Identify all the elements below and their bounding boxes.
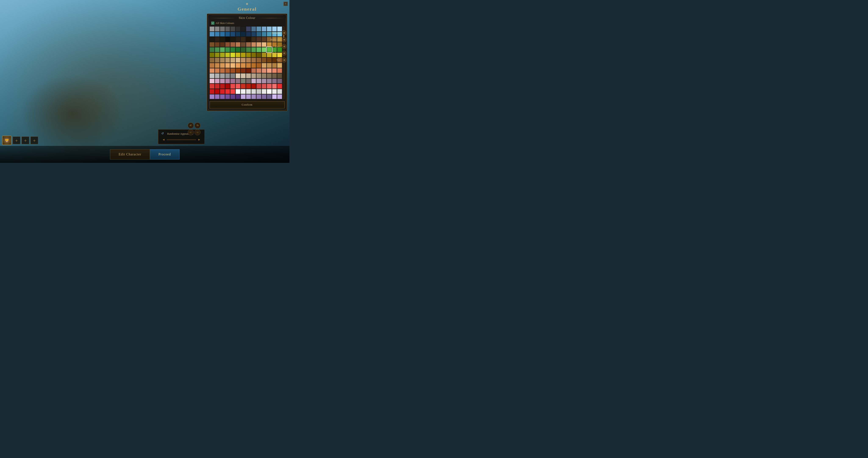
color-swatch-108[interactable] [262, 63, 267, 68]
color-swatch-91[interactable] [246, 58, 251, 62]
color-swatch-136[interactable] [262, 74, 267, 78]
color-swatch-106[interactable] [251, 63, 256, 68]
color-swatch-191[interactable] [256, 94, 261, 99]
color-swatch-147[interactable] [246, 79, 251, 84]
color-swatch-65[interactable] [256, 47, 261, 52]
color-swatch-90[interactable] [241, 58, 246, 62]
color-swatch-120[interactable] [251, 68, 256, 73]
color-swatch-99[interactable] [215, 63, 220, 68]
color-swatch-173[interactable] [236, 89, 241, 94]
color-swatch-141[interactable] [215, 79, 220, 84]
color-swatch-16[interactable] [220, 32, 225, 37]
color-swatch-175[interactable] [246, 89, 251, 94]
color-swatch-126[interactable] [210, 74, 214, 78]
color-swatch-63[interactable] [246, 47, 251, 52]
color-swatch-56[interactable] [210, 47, 214, 52]
color-swatch-17[interactable] [225, 32, 230, 37]
pan-right-button[interactable]: → [194, 130, 200, 135]
color-swatch-43[interactable] [215, 42, 220, 47]
color-swatch-88[interactable] [230, 58, 235, 62]
color-swatch-44[interactable] [220, 42, 225, 47]
color-swatch-152[interactable] [272, 79, 277, 84]
color-swatch-102[interactable] [230, 63, 235, 68]
color-swatch-163[interactable] [256, 84, 261, 89]
color-swatch-166[interactable] [272, 84, 277, 89]
slider-track[interactable] [167, 139, 196, 140]
color-swatch-9[interactable] [256, 27, 261, 31]
color-swatch-187[interactable] [236, 94, 241, 99]
nav-item-tail[interactable]: Tail ⚙ [269, 57, 288, 63]
color-swatch-48[interactable] [241, 42, 246, 47]
color-swatch-84[interactable] [210, 58, 214, 62]
color-swatch-131[interactable] [236, 74, 241, 78]
color-swatch-155[interactable] [215, 84, 220, 89]
color-swatch-0[interactable] [210, 27, 214, 31]
color-swatch-76[interactable] [241, 53, 246, 57]
color-swatch-73[interactable] [225, 53, 230, 57]
color-swatch-35[interactable] [246, 37, 251, 42]
color-swatch-19[interactable] [236, 32, 241, 37]
color-swatch-125[interactable] [277, 68, 282, 73]
color-swatch-33[interactable] [236, 37, 241, 42]
nav-item-makeup[interactable]: Makeup ⚙ [269, 50, 288, 56]
all-colours-checkbox[interactable]: ✓ [211, 22, 214, 25]
color-swatch-70[interactable] [210, 53, 214, 57]
color-swatch-182[interactable] [210, 94, 214, 99]
color-swatch-75[interactable] [236, 53, 241, 57]
color-swatch-23[interactable] [256, 32, 261, 37]
rotate-right-button[interactable]: ↷ [194, 122, 200, 128]
color-swatch-118[interactable] [241, 68, 246, 73]
color-swatch-18[interactable] [230, 32, 235, 37]
nav-item-eyes[interactable]: Eyes ⚙ [269, 43, 288, 50]
color-swatch-52[interactable] [262, 42, 267, 47]
color-swatch-178[interactable] [262, 89, 267, 94]
color-swatch-176[interactable] [251, 89, 256, 94]
color-swatch-38[interactable] [262, 37, 267, 42]
color-swatch-21[interactable] [246, 32, 251, 37]
color-swatch-137[interactable] [267, 74, 272, 78]
color-swatch-104[interactable] [241, 63, 246, 68]
color-swatch-181[interactable] [277, 89, 282, 94]
color-swatch-92[interactable] [251, 58, 256, 62]
color-swatch-154[interactable] [210, 84, 214, 89]
slider-right-arrow[interactable]: ► [197, 138, 202, 142]
color-swatch-124[interactable] [272, 68, 277, 73]
color-swatch-59[interactable] [225, 47, 230, 52]
color-swatch-98[interactable] [210, 63, 214, 68]
color-swatch-161[interactable] [246, 84, 251, 89]
color-swatch-79[interactable] [256, 53, 261, 57]
color-swatch-64[interactable] [251, 47, 256, 52]
rotate-left-button[interactable]: ↶ [188, 122, 194, 128]
color-swatch-119[interactable] [246, 68, 251, 73]
color-swatch-146[interactable] [241, 79, 246, 84]
color-swatch-14[interactable] [210, 32, 214, 37]
color-swatch-105[interactable] [246, 63, 251, 68]
color-swatch-158[interactable] [230, 84, 235, 89]
proceed-button[interactable]: Proceed [150, 149, 180, 160]
color-swatch-34[interactable] [241, 37, 246, 42]
color-swatch-159[interactable] [236, 84, 241, 89]
slider-left-arrow[interactable]: ◄ [161, 138, 166, 142]
color-swatch-117[interactable] [236, 68, 241, 73]
color-swatch-110[interactable] [272, 63, 277, 68]
color-swatch-111[interactable] [277, 63, 282, 68]
color-swatch-130[interactable] [230, 74, 235, 78]
all-colours-row[interactable]: ✓ All Skin Colours [210, 21, 285, 25]
color-swatch-122[interactable] [262, 68, 267, 73]
color-swatch-85[interactable] [215, 58, 220, 62]
color-swatch-121[interactable] [256, 68, 261, 73]
color-swatch-66[interactable] [262, 47, 267, 52]
color-swatch-28[interactable] [210, 37, 214, 42]
nav-item-general[interactable]: General ⚙ [269, 30, 288, 36]
color-swatch-77[interactable] [246, 53, 251, 57]
edit-character-button[interactable]: Edit Character [110, 149, 150, 160]
color-swatch-116[interactable] [230, 68, 235, 73]
color-swatch-2[interactable] [220, 27, 225, 31]
color-swatch-170[interactable] [220, 89, 225, 94]
color-swatch-71[interactable] [215, 53, 220, 57]
add-button-1[interactable]: ＋ [13, 137, 20, 144]
color-swatch-5[interactable] [236, 27, 241, 31]
color-swatch-168[interactable] [210, 89, 214, 94]
color-swatch-32[interactable] [230, 37, 235, 42]
color-swatch-86[interactable] [220, 58, 225, 62]
